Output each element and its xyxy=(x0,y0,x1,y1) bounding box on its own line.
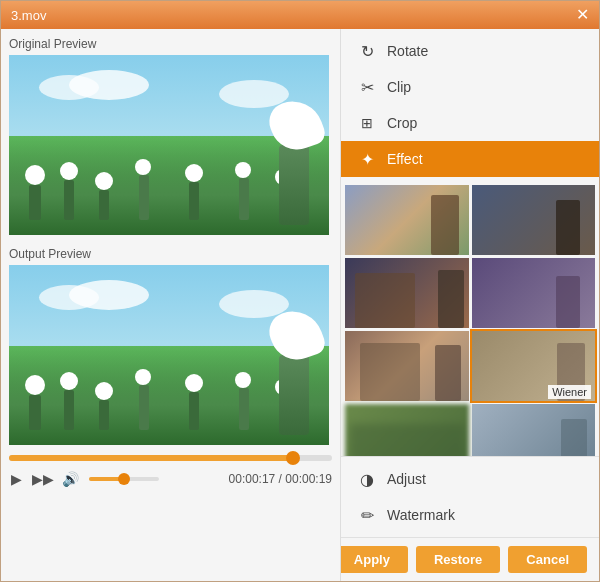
main-content: Original Preview xyxy=(1,29,599,581)
close-button[interactable]: ✕ xyxy=(576,7,589,23)
clip-label: Clip xyxy=(387,79,411,95)
crop-icon: ⊞ xyxy=(357,113,377,133)
sidebar-item-adjust[interactable]: ◑ Adjust xyxy=(341,461,599,497)
main-window: 3.mov ✕ Original Preview xyxy=(0,0,600,582)
left-panel: Original Preview xyxy=(1,29,341,581)
effect-thumb-5[interactable] xyxy=(345,331,469,401)
wiener-label: Wiener xyxy=(548,385,591,399)
effect-label: Effect xyxy=(387,151,423,167)
titlebar: 3.mov ✕ xyxy=(1,1,599,29)
effect-thumb-2[interactable] xyxy=(472,185,596,255)
effect-thumb-8[interactable] xyxy=(472,404,596,456)
progress-thumb xyxy=(286,451,300,465)
effect-thumb-3[interactable] xyxy=(345,258,469,328)
sidebar-item-clip[interactable]: ✂ Clip xyxy=(341,69,599,105)
sidebar-item-watermark[interactable]: ✏ Watermark xyxy=(341,497,599,533)
bottom-menu: ◑ Adjust ✏ Watermark xyxy=(341,456,599,537)
time-current: 00:00:17 xyxy=(229,472,276,486)
effect-thumb-1[interactable] xyxy=(345,185,469,255)
progress-fill xyxy=(9,455,293,461)
controls-row: ▶ ▶▶ 🔊 00:00:17 / 00:00:19 xyxy=(9,469,332,489)
rotate-label: Rotate xyxy=(387,43,428,59)
volume-icon: 🔊 xyxy=(62,471,79,487)
fast-forward-button[interactable]: ▶▶ xyxy=(30,469,56,489)
play-button[interactable]: ▶ xyxy=(9,469,24,489)
sidebar-item-effect[interactable]: ✦ Effect xyxy=(341,141,599,177)
restore-button[interactable]: Restore xyxy=(416,546,500,573)
progress-track[interactable] xyxy=(9,455,332,461)
time-display: 00:00:17 / 00:00:19 xyxy=(229,472,332,486)
action-bar: Apply Restore Cancel xyxy=(341,537,599,581)
menu-items: ↻ Rotate ✂ Clip ⊞ Crop ✦ Effect xyxy=(341,29,599,181)
adjust-icon: ◑ xyxy=(357,469,377,489)
volume-track[interactable] xyxy=(89,477,159,481)
original-preview-video xyxy=(9,55,329,235)
crop-label: Crop xyxy=(387,115,417,131)
original-preview-section: Original Preview xyxy=(1,29,340,239)
original-preview-label: Original Preview xyxy=(9,37,332,51)
volume-thumb xyxy=(118,473,130,485)
output-preview-section: Output Preview xyxy=(1,239,340,449)
apply-button[interactable]: Apply xyxy=(341,546,408,573)
clip-icon: ✂ xyxy=(357,77,377,97)
watermark-icon: ✏ xyxy=(357,505,377,525)
controls-bar: ▶ ▶▶ 🔊 00:00:17 / 00:00:19 xyxy=(1,449,340,493)
adjust-label: Adjust xyxy=(387,471,426,487)
effect-thumb-4[interactable] xyxy=(472,258,596,328)
effect-icon: ✦ xyxy=(357,149,377,169)
effect-thumb-7[interactable] xyxy=(345,404,469,456)
effect-grid: Wiener xyxy=(341,181,599,456)
window-title: 3.mov xyxy=(11,8,576,23)
right-panel: ↻ Rotate ✂ Clip ⊞ Crop ✦ Effect xyxy=(341,29,599,581)
cancel-button[interactable]: Cancel xyxy=(508,546,587,573)
rotate-icon: ↻ xyxy=(357,41,377,61)
sidebar-item-rotate[interactable]: ↻ Rotate xyxy=(341,33,599,69)
watermark-label: Watermark xyxy=(387,507,455,523)
output-preview-video xyxy=(9,265,329,445)
output-preview-label: Output Preview xyxy=(9,247,332,261)
effect-thumb-6[interactable]: Wiener xyxy=(472,331,596,401)
time-total: 00:00:19 xyxy=(285,472,332,486)
sidebar-item-crop[interactable]: ⊞ Crop xyxy=(341,105,599,141)
